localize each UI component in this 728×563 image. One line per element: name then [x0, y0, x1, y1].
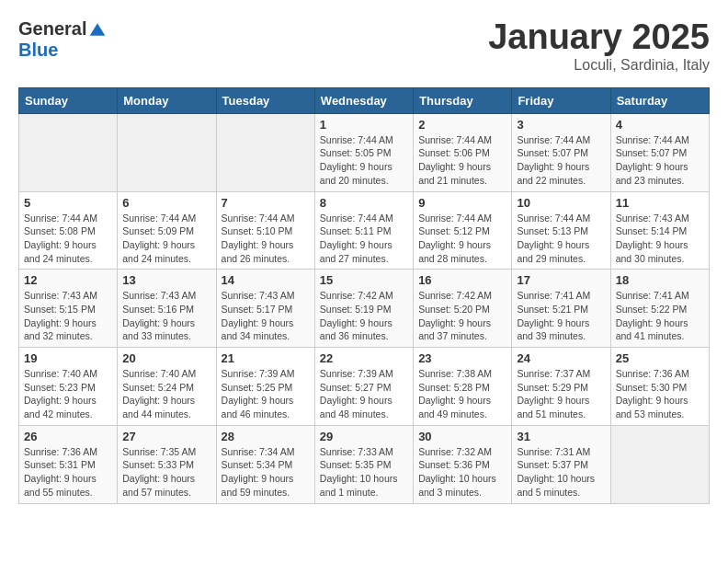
day-info: Sunrise: 7:41 AM Sunset: 5:21 PM Dayligh…	[517, 289, 605, 343]
table-row: 18Sunrise: 7:41 AM Sunset: 5:22 PM Dayli…	[610, 270, 709, 348]
calendar-week-row: 26Sunrise: 7:36 AM Sunset: 5:31 PM Dayli…	[19, 425, 710, 503]
day-info: Sunrise: 7:37 AM Sunset: 5:29 PM Dayligh…	[517, 367, 605, 421]
day-info: Sunrise: 7:44 AM Sunset: 5:07 PM Dayligh…	[517, 133, 605, 188]
day-info: Sunrise: 7:39 AM Sunset: 5:27 PM Dayligh…	[320, 367, 408, 421]
table-row: 9Sunrise: 7:44 AM Sunset: 5:12 PM Daylig…	[414, 191, 512, 270]
day-number: 11	[616, 196, 704, 210]
day-number: 7	[222, 196, 310, 210]
day-info: Sunrise: 7:33 AM Sunset: 5:35 PM Dayligh…	[320, 445, 408, 500]
table-row	[216, 113, 314, 191]
day-info: Sunrise: 7:44 AM Sunset: 5:07 PM Dayligh…	[616, 133, 704, 188]
table-row: 21Sunrise: 7:39 AM Sunset: 5:25 PM Dayli…	[216, 348, 314, 426]
header: General Blue January 2025 Loculi, Sardin…	[18, 18, 710, 74]
day-number: 23	[418, 351, 506, 365]
table-row: 26Sunrise: 7:36 AM Sunset: 5:31 PM Dayli…	[19, 425, 118, 503]
day-info: Sunrise: 7:43 AM Sunset: 5:17 PM Dayligh…	[222, 289, 310, 343]
day-info: Sunrise: 7:43 AM Sunset: 5:15 PM Dayligh…	[24, 289, 112, 343]
day-info: Sunrise: 7:44 AM Sunset: 5:06 PM Dayligh…	[418, 133, 506, 188]
day-info: Sunrise: 7:34 AM Sunset: 5:34 PM Dayligh…	[222, 445, 310, 500]
day-number: 28	[222, 430, 310, 443]
main-container: General Blue January 2025 Loculi, Sardin…	[0, 0, 728, 513]
day-number: 6	[122, 196, 210, 210]
logo-blue-text: Blue	[18, 40, 58, 60]
title-block: January 2025 Loculi, Sardinia, Italy	[488, 18, 710, 74]
day-number: 27	[122, 430, 210, 443]
day-info: Sunrise: 7:44 AM Sunset: 5:05 PM Dayligh…	[320, 133, 408, 188]
table-row: 1Sunrise: 7:44 AM Sunset: 5:05 PM Daylig…	[314, 113, 413, 191]
table-row: 10Sunrise: 7:44 AM Sunset: 5:13 PM Dayli…	[512, 191, 610, 270]
day-info: Sunrise: 7:40 AM Sunset: 5:23 PM Dayligh…	[24, 367, 112, 421]
table-row: 3Sunrise: 7:44 AM Sunset: 5:07 PM Daylig…	[512, 113, 610, 191]
location: Loculi, Sardinia, Italy	[488, 57, 710, 74]
calendar-header-row: Sunday Monday Tuesday Wednesday Thursday…	[19, 87, 710, 113]
table-row: 24Sunrise: 7:37 AM Sunset: 5:29 PM Dayli…	[512, 348, 610, 426]
day-info: Sunrise: 7:43 AM Sunset: 5:16 PM Dayligh…	[122, 289, 210, 343]
day-info: Sunrise: 7:32 AM Sunset: 5:36 PM Dayligh…	[418, 445, 506, 500]
calendar-week-row: 5Sunrise: 7:44 AM Sunset: 5:08 PM Daylig…	[19, 191, 710, 270]
day-info: Sunrise: 7:44 AM Sunset: 5:09 PM Dayligh…	[122, 212, 210, 266]
table-row: 17Sunrise: 7:41 AM Sunset: 5:21 PM Dayli…	[512, 270, 610, 348]
day-info: Sunrise: 7:31 AM Sunset: 5:37 PM Dayligh…	[517, 445, 605, 500]
day-number: 18	[616, 273, 704, 287]
day-number: 21	[222, 351, 310, 365]
day-number: 22	[320, 351, 408, 365]
svg-marker-0	[90, 23, 106, 35]
day-info: Sunrise: 7:42 AM Sunset: 5:19 PM Dayligh…	[320, 289, 408, 343]
day-info: Sunrise: 7:42 AM Sunset: 5:20 PM Dayligh…	[418, 289, 506, 343]
day-number: 29	[320, 430, 408, 443]
day-number: 8	[320, 196, 408, 210]
col-saturday: Saturday	[610, 87, 709, 113]
table-row: 27Sunrise: 7:35 AM Sunset: 5:33 PM Dayli…	[118, 425, 216, 503]
col-friday: Friday	[512, 87, 610, 113]
table-row: 2Sunrise: 7:44 AM Sunset: 5:06 PM Daylig…	[414, 113, 512, 191]
day-number: 31	[517, 430, 605, 443]
day-info: Sunrise: 7:43 AM Sunset: 5:14 PM Dayligh…	[616, 212, 704, 266]
table-row	[610, 425, 709, 503]
table-row: 15Sunrise: 7:42 AM Sunset: 5:19 PM Dayli…	[314, 270, 413, 348]
day-number: 19	[24, 351, 112, 365]
col-sunday: Sunday	[19, 87, 118, 113]
table-row	[19, 113, 118, 191]
table-row: 29Sunrise: 7:33 AM Sunset: 5:35 PM Dayli…	[314, 425, 413, 503]
day-info: Sunrise: 7:38 AM Sunset: 5:28 PM Dayligh…	[418, 367, 506, 421]
calendar-week-row: 12Sunrise: 7:43 AM Sunset: 5:15 PM Dayli…	[19, 270, 710, 348]
day-info: Sunrise: 7:36 AM Sunset: 5:31 PM Dayligh…	[24, 445, 112, 500]
day-info: Sunrise: 7:44 AM Sunset: 5:13 PM Dayligh…	[517, 212, 605, 266]
table-row: 12Sunrise: 7:43 AM Sunset: 5:15 PM Dayli…	[19, 270, 118, 348]
day-number: 16	[418, 273, 506, 287]
day-number: 5	[24, 196, 112, 210]
day-number: 15	[320, 273, 408, 287]
day-info: Sunrise: 7:35 AM Sunset: 5:33 PM Dayligh…	[122, 445, 210, 500]
table-row: 8Sunrise: 7:44 AM Sunset: 5:11 PM Daylig…	[314, 191, 413, 270]
table-row	[118, 113, 216, 191]
day-info: Sunrise: 7:39 AM Sunset: 5:25 PM Dayligh…	[222, 367, 310, 421]
day-number: 25	[616, 351, 704, 365]
day-number: 2	[418, 118, 506, 132]
col-thursday: Thursday	[414, 87, 512, 113]
day-number: 30	[418, 430, 506, 443]
table-row: 30Sunrise: 7:32 AM Sunset: 5:36 PM Dayli…	[414, 425, 512, 503]
table-row: 11Sunrise: 7:43 AM Sunset: 5:14 PM Dayli…	[610, 191, 709, 270]
day-number: 10	[517, 196, 605, 210]
month-title: January 2025	[488, 18, 710, 57]
day-number: 26	[24, 430, 112, 443]
day-info: Sunrise: 7:40 AM Sunset: 5:24 PM Dayligh…	[122, 367, 210, 421]
table-row: 5Sunrise: 7:44 AM Sunset: 5:08 PM Daylig…	[19, 191, 118, 270]
calendar-table: Sunday Monday Tuesday Wednesday Thursday…	[18, 87, 710, 504]
col-monday: Monday	[118, 87, 216, 113]
day-info: Sunrise: 7:36 AM Sunset: 5:30 PM Dayligh…	[616, 367, 704, 421]
table-row: 19Sunrise: 7:40 AM Sunset: 5:23 PM Dayli…	[19, 348, 118, 426]
day-info: Sunrise: 7:41 AM Sunset: 5:22 PM Dayligh…	[616, 289, 704, 343]
logo-general-text: General	[18, 18, 86, 40]
table-row: 28Sunrise: 7:34 AM Sunset: 5:34 PM Dayli…	[216, 425, 314, 503]
table-row: 31Sunrise: 7:31 AM Sunset: 5:37 PM Dayli…	[512, 425, 610, 503]
col-tuesday: Tuesday	[216, 87, 314, 113]
table-row: 23Sunrise: 7:38 AM Sunset: 5:28 PM Dayli…	[414, 348, 512, 426]
table-row: 4Sunrise: 7:44 AM Sunset: 5:07 PM Daylig…	[610, 113, 709, 191]
table-row: 6Sunrise: 7:44 AM Sunset: 5:09 PM Daylig…	[118, 191, 216, 270]
day-number: 14	[222, 273, 310, 287]
table-row: 20Sunrise: 7:40 AM Sunset: 5:24 PM Dayli…	[118, 348, 216, 426]
day-info: Sunrise: 7:44 AM Sunset: 5:12 PM Dayligh…	[418, 212, 506, 266]
calendar-week-row: 19Sunrise: 7:40 AM Sunset: 5:23 PM Dayli…	[19, 348, 710, 426]
day-number: 1	[320, 118, 408, 132]
